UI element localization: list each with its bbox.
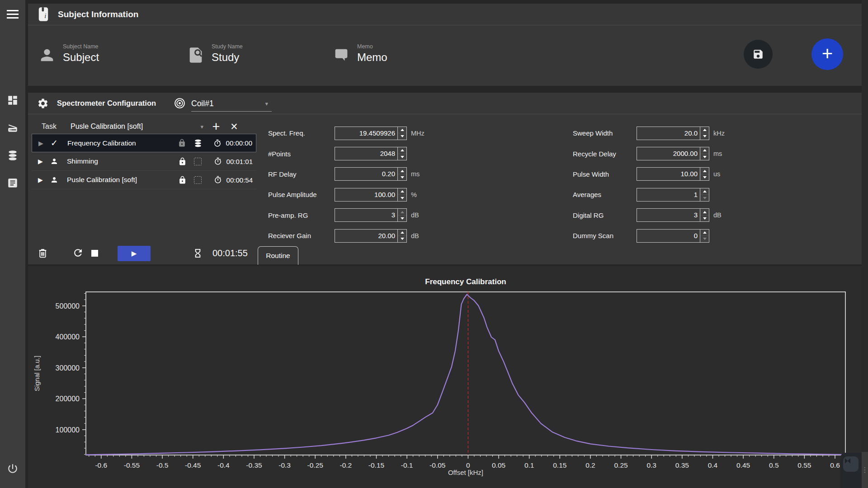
spinner-down-icon[interactable] — [398, 154, 406, 160]
param-value[interactable]: 1 — [694, 188, 698, 201]
spinner-up-icon[interactable] — [398, 127, 406, 133]
spinner-up-icon[interactable] — [700, 147, 709, 154]
spinner-up-icon[interactable] — [700, 188, 709, 195]
param-input[interactable]: 2048 — [335, 147, 407, 160]
param-value[interactable]: 2048 — [380, 147, 395, 160]
gear-icon — [37, 98, 49, 109]
param-input[interactable]: 0 — [637, 229, 709, 243]
spinner-down-icon[interactable] — [700, 235, 709, 242]
task-row[interactable]: ▶Pusle Calibration [soft]00:00:54 — [32, 171, 256, 189]
spinner — [700, 147, 709, 160]
repeat-button[interactable] — [72, 247, 84, 258]
save-icon — [752, 48, 764, 60]
spinner-down-icon[interactable] — [700, 194, 709, 201]
sidebar-item-dashboard[interactable] — [0, 90, 25, 110]
spinner-down-icon[interactable] — [700, 133, 709, 140]
study-name-value[interactable]: Study — [212, 51, 243, 64]
coil-select[interactable]: Coil#1 ▾ — [191, 96, 272, 112]
param-input[interactable]: 20.00 — [335, 229, 407, 243]
subject-panel-header: i Subject Information — [28, 4, 862, 25]
param-value[interactable]: 2000.00 — [673, 147, 698, 160]
spinner-down-icon[interactable] — [398, 215, 406, 222]
sidebar-item-news[interactable] — [0, 173, 25, 193]
scanner-icon — [7, 122, 19, 134]
stop-button[interactable] — [91, 250, 98, 257]
param-label: Digital RG — [573, 211, 637, 219]
memo-value[interactable]: Memo — [357, 51, 387, 64]
spinner-up-icon[interactable] — [398, 188, 406, 195]
param-input[interactable]: 3 — [637, 208, 709, 222]
param-value[interactable]: 20.0 — [684, 127, 698, 140]
play-icon[interactable]: ▶ — [38, 158, 50, 165]
param-value[interactable]: 20.00 — [378, 230, 395, 242]
add-button[interactable]: + — [811, 38, 843, 70]
param-row: Pulse Amplitude100.00% — [268, 184, 426, 205]
add-task-button[interactable]: + — [207, 119, 225, 134]
spinner-down-icon[interactable] — [700, 174, 709, 181]
param-value[interactable]: 0 — [694, 230, 698, 242]
param-input[interactable]: 100.00 — [335, 188, 407, 202]
spinner-up-icon[interactable] — [398, 147, 406, 154]
param-input[interactable]: 20.0 — [637, 127, 709, 140]
person-icon — [50, 176, 67, 184]
param-value[interactable]: 0.20 — [382, 168, 395, 180]
spinner — [700, 188, 709, 201]
subject-field[interactable]: Subject Name Subject — [38, 43, 99, 64]
spinner-up-icon[interactable] — [700, 127, 709, 133]
spinner-down-icon[interactable] — [700, 154, 709, 160]
run-button[interactable]: ▶ — [118, 246, 151, 261]
param-unit: kHz — [713, 130, 729, 137]
remove-task-button[interactable]: × — [225, 120, 243, 134]
spinner-up-icon[interactable] — [700, 168, 709, 174]
task-row[interactable]: ▶✓Frequency Calibration00:00:00 — [32, 134, 256, 152]
spinner-up-icon[interactable] — [700, 230, 709, 236]
lock-icon[interactable] — [178, 139, 193, 147]
play-icon[interactable]: ▶ — [38, 176, 50, 183]
subject-name-value[interactable]: Subject — [63, 51, 99, 64]
spinner-down-icon[interactable] — [398, 174, 406, 181]
sidebar-item-scanner[interactable] — [0, 118, 25, 138]
memo-field[interactable]: Memo Memo — [332, 43, 387, 64]
param-input[interactable]: 1 — [637, 188, 709, 202]
delete-button[interactable] — [37, 247, 48, 259]
param-label: Pre-amp. RG — [268, 211, 335, 219]
menu-icon[interactable] — [0, 5, 25, 24]
param-input[interactable]: 3 — [335, 208, 407, 222]
task-row[interactable]: ▶Shimming00:01:01 — [32, 152, 256, 171]
tab-routine[interactable]: Routine — [258, 246, 298, 265]
param-value[interactable]: 100.00 — [374, 188, 395, 201]
param-unit: dB — [411, 211, 426, 219]
collapse-widget-button[interactable] — [843, 456, 859, 472]
param-input[interactable]: 2000.00 — [637, 147, 709, 160]
param-value[interactable]: 3 — [694, 209, 698, 221]
save-button[interactable] — [744, 40, 773, 69]
spinner-up-icon[interactable] — [398, 209, 406, 215]
param-value[interactable]: 19.4509926 — [359, 127, 395, 140]
spinner — [397, 209, 406, 221]
play-icon[interactable]: ▶ — [38, 140, 51, 147]
spinner-up-icon[interactable] — [398, 230, 406, 236]
hamburger-icon — [7, 10, 19, 19]
y-tick-label: 200000 — [56, 395, 80, 403]
param-input[interactable]: 10.00 — [637, 167, 709, 181]
spinner-up-icon[interactable] — [398, 168, 406, 174]
spinner-down-icon[interactable] — [398, 194, 406, 201]
spinner-down-icon[interactable] — [398, 235, 406, 242]
refresh-icon — [72, 247, 84, 258]
param-value[interactable]: 3 — [392, 209, 395, 221]
sidebar-item-database[interactable] — [0, 145, 25, 165]
task-name: Shimming — [67, 157, 178, 165]
scrollbar-track[interactable]: ⋮ — [862, 0, 868, 488]
study-field[interactable]: Study Name Study — [187, 43, 243, 64]
scrollbar-thumb[interactable]: ⋮ — [862, 452, 868, 488]
spinner-down-icon[interactable] — [398, 133, 406, 140]
lock-icon[interactable] — [178, 176, 194, 184]
power-button[interactable] — [0, 459, 25, 479]
lock-icon[interactable] — [178, 157, 194, 166]
task-select[interactable]: Pusle Calibration [soft] ▾ — [71, 122, 207, 131]
param-input[interactable]: 0.20 — [335, 167, 407, 181]
param-input[interactable]: 19.4509926 — [335, 127, 407, 140]
param-value[interactable]: 10.00 — [680, 168, 698, 180]
spinner-up-icon[interactable] — [700, 209, 709, 215]
spinner-down-icon[interactable] — [700, 215, 709, 222]
